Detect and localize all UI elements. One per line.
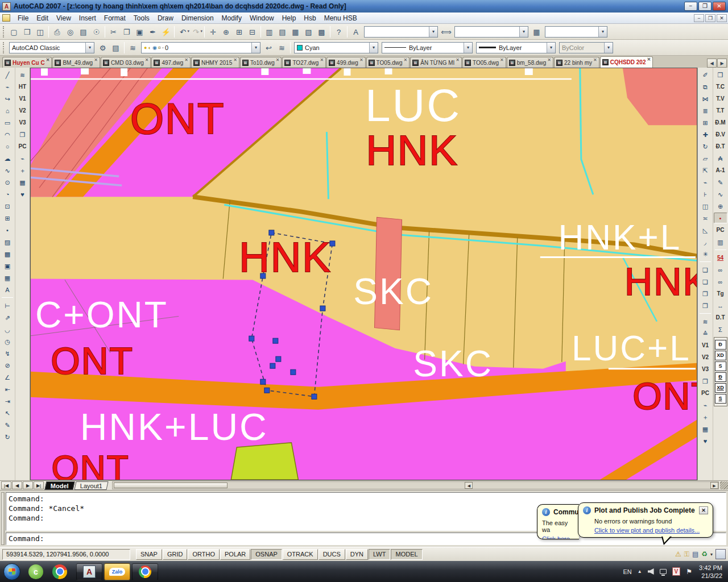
tab-close-icon[interactable]: ✕ [404, 57, 408, 63]
clean-screen-button[interactable] [715, 549, 726, 559]
palette-s-button[interactable]: S [715, 361, 726, 371]
toggle-lwt[interactable]: LWT [369, 549, 390, 560]
toggle-otrack[interactable]: OTRACK [283, 549, 318, 560]
table-icon[interactable]: ▦ [1, 272, 14, 283]
toolbar-grip[interactable] [3, 26, 5, 38]
copy-icon[interactable]: ⧉ [698, 81, 712, 92]
hscroll-left-arrow[interactable]: ◀ [465, 482, 473, 489]
chevron-down-icon[interactable]: ▾ [519, 27, 528, 37]
dt2-button[interactable]: D.T [714, 312, 727, 323]
doc-close-button[interactable]: ✕ [717, 14, 727, 22]
dim-jogged-icon[interactable]: ↯ [1, 348, 14, 359]
tab-close-icon[interactable]: ✕ [500, 57, 504, 63]
help-icon[interactable]: ? [332, 26, 345, 38]
tab-layout1[interactable]: Layout1 [74, 481, 108, 490]
palette-đ-button[interactable]: Đ [715, 372, 726, 382]
hscroll-thumb[interactable] [114, 483, 228, 488]
drawing-tab[interactable]: CQHSDD 202 ✕ [600, 56, 653, 68]
tv-button[interactable]: T.V [714, 93, 727, 104]
menu-modify[interactable]: Modify [218, 13, 246, 23]
erase-icon[interactable]: ✐ [698, 69, 712, 80]
dt-button[interactable]: Đ.T [714, 141, 727, 152]
maximize-button[interactable]: ❐ [698, 2, 712, 11]
taskbar-clock[interactable]: 3:42 PM 21/3/22 [699, 564, 722, 580]
tab-close-icon[interactable]: ✕ [647, 57, 651, 62]
unlock-icon[interactable]: ⚿ [684, 550, 689, 558]
chevron-down-icon[interactable]: ▾ [369, 43, 378, 53]
line-icon[interactable]: ╱ [1, 69, 14, 80]
text-style-icon[interactable]: A [349, 26, 362, 38]
layers2-icon[interactable]: ≋ [698, 316, 712, 327]
plus2-icon[interactable]: ＋ [698, 411, 712, 422]
window2-icon[interactable]: ❐ [698, 376, 712, 386]
publish-icon[interactable]: ▤ [77, 26, 90, 38]
join-icon[interactable]: ≍ [698, 213, 712, 223]
match-properties-icon[interactable]: ✒ [146, 26, 159, 38]
plot-preview-icon[interactable]: ◎ [64, 26, 77, 38]
table3-icon[interactable]: ▥ [714, 236, 727, 247]
toolbar-grip[interactable] [3, 42, 5, 53]
drawing-tab[interactable]: NHMY 2015 ✕ [191, 57, 239, 68]
drawing-tab[interactable]: bm_58.dwg ✕ [507, 57, 553, 68]
verify-icon[interactable]: ♥ [16, 189, 30, 199]
gradient-icon[interactable]: ▩ [1, 248, 14, 259]
undo-icon[interactable]: ↶▾ [176, 26, 189, 38]
explode-icon[interactable]: ✳ [698, 248, 712, 259]
language-indicator[interactable]: EN [623, 568, 631, 575]
dim-style-dropdown[interactable]: ▾ [454, 26, 528, 38]
tt-button[interactable]: T.T [714, 105, 727, 116]
point-style-icon[interactable]: • [714, 213, 727, 223]
plus-icon[interactable]: ＋ [16, 165, 30, 176]
mirror-icon[interactable]: ⋈ [698, 93, 712, 104]
menu-help[interactable]: Help [278, 13, 300, 23]
drawing-tab[interactable]: TO05.dwg ✕ [366, 57, 410, 68]
resize-grip[interactable] [720, 481, 728, 489]
plot-warning-icon[interactable]: ⚠ [675, 550, 681, 558]
insert-block-icon[interactable]: ⊡ [1, 201, 14, 211]
coccoc-icon[interactable]: c [28, 564, 43, 579]
text-marks-icon[interactable]: ₳ [714, 153, 727, 164]
wave-icon[interactable]: ∿ [714, 189, 727, 199]
palette-đ-button[interactable]: Đ [715, 340, 726, 350]
move-icon[interactable]: ✚ [698, 129, 712, 140]
tray-settings-arrow[interactable]: ▾ [710, 552, 713, 557]
lineweight-dropdown[interactable]: ByLayer ▾ [476, 42, 556, 53]
menu-hsb[interactable]: Hsb [300, 13, 320, 23]
center-icon[interactable]: ⊕ [714, 201, 727, 211]
drawing-tab[interactable]: BM_49.dwg ✕ [52, 57, 100, 68]
dim-radius-icon[interactable]: ◷ [1, 336, 14, 347]
layer-manager-icon[interactable]: ≋ [16, 69, 30, 80]
hidden-icons-arrow[interactable]: ▲ [638, 569, 642, 574]
dim-arc-icon[interactable]: ◡ [1, 324, 14, 335]
tab-close-icon[interactable]: ✕ [184, 57, 188, 63]
v1b-button[interactable]: V1 [698, 340, 712, 351]
doc-restore-button[interactable]: ❐ [705, 14, 715, 22]
a1-button[interactable]: A-1 [714, 165, 727, 176]
grid2-icon[interactable]: ▦ [698, 423, 712, 434]
pc3-button[interactable]: PC [714, 225, 727, 235]
menu-edit[interactable]: Edit [32, 13, 52, 23]
toggle-dyn[interactable]: DYN [346, 549, 368, 560]
dim-update-icon[interactable]: ↻ [1, 431, 14, 442]
toggle-ortho[interactable]: ORTHO [188, 549, 220, 560]
hatch-icon[interactable]: ▨ [1, 236, 14, 247]
properties-icon[interactable]: ▥ [263, 26, 276, 38]
workspace-settings-icon[interactable]: ⚙ [96, 41, 109, 54]
toggle-polar[interactable]: POLAR [220, 549, 250, 560]
sigma-icon[interactable]: Σ [714, 324, 727, 335]
balloon-link[interactable]: Click here. [542, 535, 574, 539]
tab-model[interactable]: Model [44, 481, 75, 490]
prev-tab-button[interactable]: ◀ [12, 481, 22, 489]
trim-icon[interactable]: ⌁ [698, 177, 712, 188]
tc-button[interactable]: T.C [714, 81, 727, 92]
plot-icon[interactable]: ⎙ [51, 26, 64, 38]
ellipse-icon[interactable]: ⊙ [1, 177, 14, 188]
balloon-link[interactable]: Click to view plot and publish details..… [594, 527, 708, 534]
toggle-ducs[interactable]: DUCS [318, 549, 345, 560]
arc-edit-icon[interactable]: ↪ [1, 93, 14, 104]
v1-button[interactable]: V1 [16, 93, 30, 104]
action-center-icon[interactable]: ⚑ [686, 568, 692, 576]
drawing-tab[interactable]: TO05.dwg ✕ [462, 57, 506, 68]
autocad-taskbar-button[interactable]: A [76, 563, 102, 580]
circles1-icon[interactable]: ∞ [714, 264, 727, 275]
